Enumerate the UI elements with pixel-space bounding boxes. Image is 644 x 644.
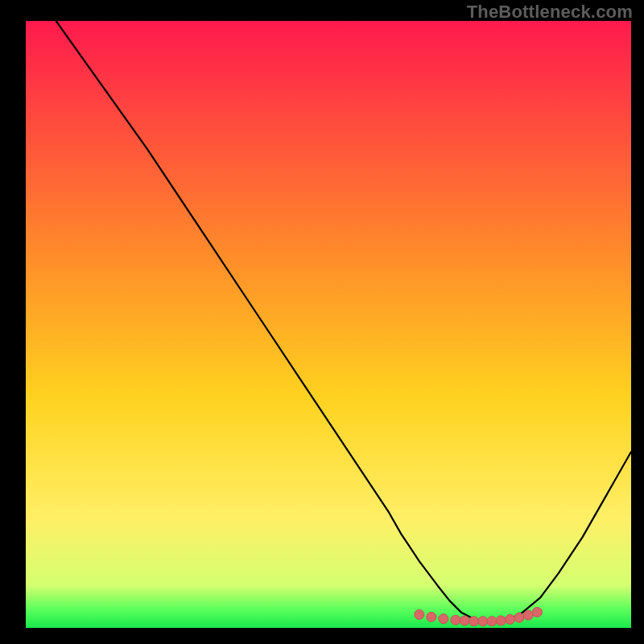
marker-dot (523, 610, 533, 620)
chart-frame: TheBottleneck.com (0, 0, 644, 644)
marker-dot (415, 609, 424, 619)
bottleneck-chart (0, 0, 644, 644)
marker-dot (427, 612, 436, 621)
marker-dot (469, 617, 479, 626)
marker-dot (487, 617, 497, 626)
marker-dot (451, 615, 460, 625)
marker-dot (496, 616, 506, 625)
marker-dot (439, 614, 448, 624)
marker-dot (514, 613, 524, 622)
plot-area (26, 21, 631, 628)
watermark-text: TheBottleneck.com (467, 2, 633, 23)
marker-dot (460, 616, 469, 625)
marker-dot (532, 607, 542, 617)
marker-dot (478, 617, 488, 626)
marker-dot (506, 614, 515, 624)
